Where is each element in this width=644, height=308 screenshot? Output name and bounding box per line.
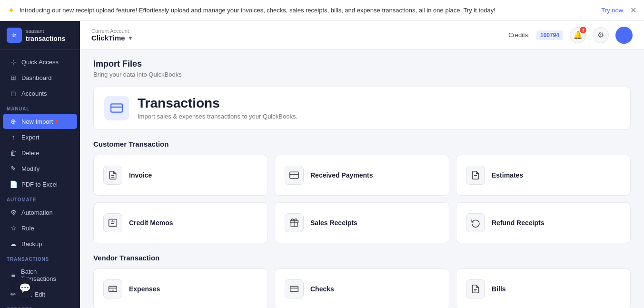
sidebar-item-label: Modify xyxy=(21,165,40,172)
svg-rect-0 xyxy=(111,104,122,112)
sidebar-item-label: Export xyxy=(21,134,40,141)
announcement-banner: ✦ Introducing our new receipt upload fea… xyxy=(0,0,644,21)
credits-value: 100794 xyxy=(536,30,563,40)
sidebar-item-backup[interactable]: ☁ Backup xyxy=(3,236,77,251)
checks-icon xyxy=(285,279,304,298)
customer-cards-grid: Invoice Received Payments xyxy=(93,155,631,243)
sidebar-item-modify[interactable]: ✎ Modify xyxy=(3,161,77,176)
sidebar-item-dashboard[interactable]: ⊞ Dashboard xyxy=(3,70,77,85)
transactions-hero-text: Transactions Import sales & expenses tra… xyxy=(138,96,297,120)
settings-button[interactable]: ⚙ xyxy=(593,27,609,43)
svg-rect-4 xyxy=(290,172,298,178)
customer-section-title: Customer Transaction xyxy=(93,140,631,148)
transactions-section-label: TRANSACTIONS xyxy=(0,252,80,264)
main-content: Import Files Bring your data into QuickB… xyxy=(80,50,644,308)
import-files-subtitle: Bring your data into QuickBooks xyxy=(93,71,631,78)
user-avatar[interactable] xyxy=(615,27,633,44)
sidebar-item-label: Backup xyxy=(21,240,42,248)
transactions-hero-icon xyxy=(104,96,129,120)
expenses-icon xyxy=(103,279,122,298)
new-import-arrow xyxy=(56,119,59,124)
bills-icon xyxy=(466,279,485,298)
svg-rect-12 xyxy=(290,286,298,292)
vendor-cards-grid: Expenses Checks xyxy=(93,268,631,308)
invoice-label: Invoice xyxy=(129,171,152,179)
pdf-to-excel-icon: 📄 xyxy=(10,180,17,188)
transactions-hero-card[interactable]: Transactions Import sales & expenses tra… xyxy=(93,87,631,129)
automation-icon: ⚙ xyxy=(10,209,17,216)
sidebar-item-delete[interactable]: 🗑 Delete xyxy=(3,145,77,160)
banner-close-button[interactable]: ✕ xyxy=(630,6,636,15)
sidebar-item-label: Automation xyxy=(21,209,53,216)
sidebar-item-label: Accounts xyxy=(21,90,47,97)
sidebar-item-rule[interactable]: ☆ Rule xyxy=(3,220,77,236)
card-sales-receipts[interactable]: Sales Receipts xyxy=(275,202,449,243)
card-checks[interactable]: Checks xyxy=(275,268,449,308)
header-right: Credits: 100794 🔔 1 ⚙ xyxy=(508,27,633,44)
logo-icon: tr xyxy=(7,28,22,43)
refund-receipts-icon xyxy=(466,213,485,232)
sidebar-item-automation[interactable]: ⚙ Automation xyxy=(3,205,77,220)
current-account: Current Account ClickTime ▼ xyxy=(91,28,508,42)
transactions-hero-sub: Import sales & expenses transactions to … xyxy=(138,113,297,120)
banner-star-icon: ✦ xyxy=(8,5,15,16)
estimates-icon xyxy=(466,166,485,185)
account-chevron-icon: ▼ xyxy=(128,35,133,41)
card-bills[interactable]: Bills xyxy=(456,268,631,308)
quick-access-icon: ⊹ xyxy=(10,58,17,66)
sidebar: tr saasant transactions ⊹ Quick Access ⊞… xyxy=(0,21,80,308)
notifications-button[interactable]: 🔔 1 xyxy=(570,27,586,43)
sidebar-item-pdf-to-excel[interactable]: 📄 PDF to Excel xyxy=(3,177,77,192)
sidebar-item-batch-transactions[interactable]: ≡ Batch Transactions xyxy=(3,264,77,286)
card-expenses[interactable]: Expenses xyxy=(93,268,268,308)
expenses-label: Expenses xyxy=(129,285,160,293)
import-files-title: Import Files xyxy=(93,59,631,69)
sidebar-item-label: Dashboard xyxy=(21,74,52,81)
banner-try-now-link[interactable]: Try now. xyxy=(601,7,624,14)
card-received-payments[interactable]: Received Payments xyxy=(275,155,449,196)
received-payments-icon xyxy=(285,166,304,185)
account-name-text: ClickTime xyxy=(91,34,125,42)
card-estimates[interactable]: Estimates xyxy=(456,155,631,196)
card-invoice[interactable]: Invoice xyxy=(93,155,268,196)
sales-receipts-label: Sales Receipts xyxy=(310,219,357,227)
invoice-icon xyxy=(103,166,122,185)
vendor-section-title: Vendor Transaction xyxy=(93,254,631,262)
card-refund-receipts[interactable]: Refund Receipts xyxy=(456,202,631,243)
sidebar-item-label: New Import xyxy=(21,118,53,125)
svg-rect-10 xyxy=(109,286,117,292)
account-name-dropdown[interactable]: ClickTime ▼ xyxy=(91,34,508,42)
bills-label: Bills xyxy=(492,285,506,293)
checks-label: Checks xyxy=(310,285,334,293)
sidebar-item-accounts[interactable]: ◻ Accounts xyxy=(3,86,77,101)
accounts-icon: ◻ xyxy=(10,89,17,97)
notification-badge: 1 xyxy=(580,27,586,33)
credits-label: Credits: xyxy=(508,31,530,39)
new-import-icon: ⊕ xyxy=(10,118,17,125)
sidebar-item-new-import[interactable]: ⊕ New Import xyxy=(3,114,77,129)
sidebar-item-label: Delete xyxy=(21,149,40,157)
export-icon: ↑ xyxy=(10,133,17,141)
estimates-label: Estimates xyxy=(492,171,523,179)
chat-support-button[interactable]: 💬 xyxy=(14,278,35,298)
automate-section-label: AUTOMATE xyxy=(0,192,80,204)
sidebar-item-label: Quick Access xyxy=(21,59,59,66)
transactions-hero-title: Transactions xyxy=(138,96,297,111)
banner-text: Introducing our new receipt upload featu… xyxy=(20,7,599,14)
current-account-label: Current Account xyxy=(91,28,508,34)
card-credit-memos[interactable]: Credit Memos xyxy=(93,202,268,243)
sidebar-item-quick-access[interactable]: ⊹ Quick Access xyxy=(3,54,77,70)
delete-icon: 🗑 xyxy=(10,149,17,157)
reports-section-label: REPORTS xyxy=(0,302,80,308)
page-header: Current Account ClickTime ▼ Credits: 100… xyxy=(80,21,644,50)
backup-icon: ☁ xyxy=(10,240,17,248)
manual-section-label: MANUAL xyxy=(0,101,80,113)
sidebar-item-label: Rule xyxy=(21,225,34,232)
modify-icon: ✎ xyxy=(10,165,17,172)
sidebar-item-export[interactable]: ↑ Export xyxy=(3,129,77,145)
credit-memos-icon xyxy=(103,213,122,232)
batch-transactions-icon: ≡ xyxy=(10,271,17,279)
rule-icon: ☆ xyxy=(10,224,17,232)
dashboard-icon: ⊞ xyxy=(10,74,17,81)
received-payments-label: Received Payments xyxy=(310,171,373,179)
